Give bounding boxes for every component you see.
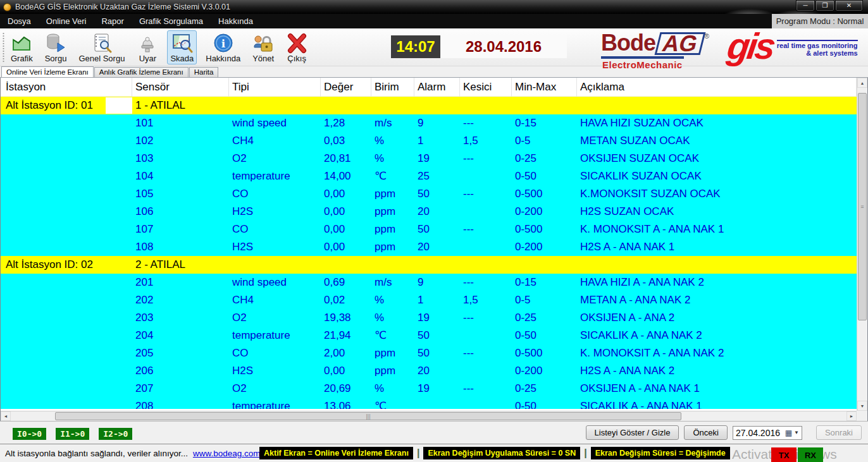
scroll-up-arrow-icon[interactable]: ▲ bbox=[857, 78, 867, 88]
sensor-unit: ppm bbox=[371, 238, 414, 256]
sensor-description: HAVA HIZI SUZAN OCAK bbox=[577, 114, 857, 132]
scroll-right-arrow-icon[interactable]: ► bbox=[846, 411, 857, 421]
sensor-kesici: --- bbox=[460, 221, 512, 238]
column-header-alarm[interactable]: Alarm bbox=[414, 78, 460, 97]
sensor-row[interactable]: 106H2S0,00ppm200-200H2S SUZAN OCAK bbox=[1, 203, 857, 221]
toolbar-button-k[interactable]: Çıkış bbox=[283, 30, 311, 64]
sensor-unit: % bbox=[371, 309, 414, 327]
horizontal-scroll-track[interactable]: ||| bbox=[11, 411, 846, 421]
horizontal-scroll-thumb[interactable]: ||| bbox=[55, 412, 681, 420]
sensor-row[interactable]: 103O220,81%19---0-25OKSIJEN SUZAN OCAK bbox=[1, 150, 857, 167]
sensor-id: 101 bbox=[132, 114, 229, 132]
toolbar-button-hakk-nda[interactable]: iHakkında bbox=[202, 30, 244, 64]
scroll-left-arrow-icon[interactable]: ◄ bbox=[1, 411, 11, 421]
sensor-unit: ppm bbox=[371, 203, 414, 221]
sensor-type: H2S bbox=[229, 362, 321, 380]
sensor-kesici: --- bbox=[460, 150, 512, 167]
sensor-id: 208 bbox=[132, 398, 229, 409]
horizontal-scrollbar[interactable]: ◄ ||| ► bbox=[1, 411, 857, 421]
sensor-minmax: 0-200 bbox=[512, 362, 577, 380]
sensor-row[interactable]: 102CH40,03%11,50-5METAN SUZAN OCAK bbox=[1, 132, 857, 150]
sensor-unit: ℃ bbox=[371, 327, 414, 344]
date-picker[interactable]: 27.04.2016 ▦ ▼ bbox=[733, 426, 802, 440]
bodeag-logo-text: Bode bbox=[601, 32, 655, 54]
column-header-kesici[interactable]: Kesici bbox=[460, 78, 512, 97]
toolbar-button-genel-sorgu[interactable]: Genel Sorgu bbox=[75, 30, 128, 64]
sensor-unit: % bbox=[371, 150, 414, 167]
sensor-minmax: 0-50 bbox=[512, 327, 577, 344]
sensor-row[interactable]: 105CO0,00ppm50---0-500K.MONOKSIT SUZAN O… bbox=[1, 185, 857, 203]
toolbar-button-uyar[interactable]: Uyar bbox=[133, 30, 161, 64]
sensor-row[interactable]: 206H2S0,00ppm200-200H2S A - ANA NAK 2 bbox=[1, 362, 857, 380]
sensor-row[interactable]: 204temperature21,94℃500-50SICAKLIK A - A… bbox=[1, 327, 857, 344]
station-group-row[interactable]: Alt İstasyon ID: 022 - ATILAL bbox=[1, 256, 857, 274]
sensor-minmax: 0-25 bbox=[512, 150, 577, 167]
sensor-kesici bbox=[460, 327, 512, 344]
svg-text:i: i bbox=[221, 37, 225, 50]
row-indent bbox=[1, 327, 132, 344]
toolbar-button-y-net[interactable]: Yönet bbox=[249, 30, 277, 64]
sensor-description: K.MONOKSIT SUZAN OCAK bbox=[577, 185, 857, 203]
tab-harita[interactable]: Harita bbox=[189, 67, 219, 77]
toolbar-button-sorgu[interactable]: Sorgu bbox=[42, 30, 70, 64]
column-header-de-er[interactable]: Değer bbox=[321, 78, 371, 97]
website-link[interactable]: www.bodeag.com bbox=[193, 449, 261, 458]
vertical-scroll-track[interactable]: ≡ bbox=[857, 88, 867, 401]
sensor-row[interactable]: 203O219,38%19---0-25OKSIJEN A - ANA 2 bbox=[1, 309, 857, 327]
menu-item-dosya[interactable]: Dosya bbox=[0, 14, 39, 28]
sensor-id: 205 bbox=[132, 344, 229, 362]
column-header-min-max[interactable]: Min-Max bbox=[512, 78, 577, 97]
row-indent bbox=[1, 114, 132, 132]
sensor-unit: ℃ bbox=[371, 398, 414, 409]
close-button[interactable]: ✕ bbox=[835, 0, 863, 11]
toolbar-button-label: Yönet bbox=[252, 54, 274, 63]
sensor-description: HAVA HIZI A - ANA NAK 2 bbox=[577, 274, 857, 291]
column-header-sens-r[interactable]: Sensör bbox=[132, 78, 229, 97]
sensor-id: 106 bbox=[132, 203, 229, 221]
column-header-i-stasyon[interactable]: İstasyon bbox=[1, 78, 132, 97]
database-query-icon bbox=[45, 32, 66, 54]
sensor-row[interactable]: 107CO0,00ppm50---0-500K. MONOKSIT A - AN… bbox=[1, 221, 857, 238]
menu-item-online-veri[interactable]: Online Veri bbox=[39, 14, 94, 28]
column-header-birim[interactable]: Birim bbox=[371, 78, 414, 97]
toggle-list-button[interactable]: Listeyi Göster / Gizle bbox=[586, 425, 679, 440]
sensor-description: SICAKLIK SUZAN OCAK bbox=[577, 167, 857, 185]
minimize-button[interactable]: ─ bbox=[796, 0, 815, 11]
tab-anl-k-grafik-i-zleme-ekran[interactable]: Anlık Grafik İzleme Ekranı bbox=[94, 67, 189, 77]
sensor-description: H2S A - ANA NAK 1 bbox=[577, 238, 857, 256]
menu-item-rapor[interactable]: Rapor bbox=[94, 14, 131, 28]
sensor-alarm: 9 bbox=[414, 114, 460, 132]
sensor-type: CO bbox=[229, 185, 321, 203]
row-indent bbox=[1, 380, 132, 398]
sensor-row[interactable]: 201wind speed0,69m/s9---0-15HAVA HIZI A … bbox=[1, 274, 857, 291]
sensor-id: 104 bbox=[132, 167, 229, 185]
sensor-id: 204 bbox=[132, 327, 229, 344]
sensor-description: H2S SUZAN OCAK bbox=[577, 203, 857, 221]
previous-button[interactable]: Önceki bbox=[684, 425, 727, 440]
sensor-row[interactable]: 208temperature13,06℃0-50SICAKLIK A - ANA… bbox=[1, 398, 857, 409]
scroll-down-arrow-icon[interactable]: ▼ bbox=[857, 401, 867, 411]
sensor-row[interactable]: 205CO2,00ppm50---0-500K. MONOKSIT A - AN… bbox=[1, 344, 857, 362]
toolbar-button-skada[interactable]: Skada bbox=[167, 30, 197, 64]
column-header-tipi[interactable]: Tipi bbox=[229, 78, 321, 97]
status-info-box: Ekran Değişim Süresi = Değişimde bbox=[591, 447, 730, 459]
sensor-minmax: 0-200 bbox=[512, 238, 577, 256]
menu-item-hakk-nda[interactable]: Hakkında bbox=[211, 14, 261, 28]
restore-button[interactable]: ❐ bbox=[815, 0, 834, 11]
sensor-row[interactable]: 101wind speed1,28m/s9---0-15HAVA HIZI SU… bbox=[1, 114, 857, 132]
vertical-scrollbar[interactable]: ▲ ≡ ▼ bbox=[857, 78, 867, 411]
sensor-unit: % bbox=[371, 380, 414, 398]
station-group-row[interactable]: Alt İstasyon ID: 011 - ATILAL bbox=[1, 97, 857, 114]
thumb-grip-icon: ||| bbox=[366, 415, 370, 418]
station-name-label: 2 - ATILAL bbox=[132, 256, 229, 274]
column-header-a-klama[interactable]: Açıklama bbox=[577, 78, 857, 97]
sensor-kesici bbox=[460, 362, 512, 380]
toolbar-button-grafik[interactable]: Grafik bbox=[8, 30, 36, 64]
tab-online-veri-i-zleme-ekran[interactable]: Online Veri İzleme Ekranı bbox=[1, 66, 94, 77]
sensor-row[interactable]: 108H2S0,00ppm200-200H2S A - ANA NAK 1 bbox=[1, 238, 857, 256]
sensor-row[interactable]: 207O220,69%19---0-25OKSIJEN A - ANA NAK … bbox=[1, 380, 857, 398]
sensor-row[interactable]: 202CH40,02%11,50-5METAN A - ANA NAK 2 bbox=[1, 291, 857, 309]
vertical-scroll-thumb[interactable]: ≡ bbox=[858, 93, 867, 320]
menu-item-grafik-sorgulama[interactable]: Grafik Sorgulama bbox=[132, 14, 211, 28]
sensor-row[interactable]: 104temperature14,00℃250-50SICAKLIK SUZAN… bbox=[1, 167, 857, 185]
